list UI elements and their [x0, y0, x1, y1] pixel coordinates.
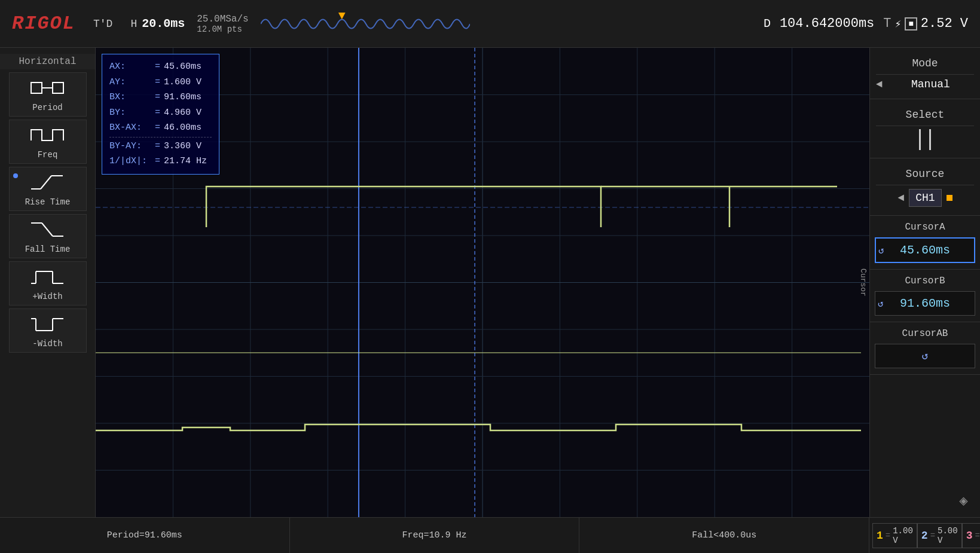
- cursor-a-label: CursorA: [875, 219, 975, 235]
- cursor-b-scroll-icon: ↺: [878, 298, 884, 310]
- ch3-eq: =: [975, 531, 979, 540]
- minus-width-icon: [30, 313, 66, 337]
- sidebar-item-rise-time[interactable]: Rise Time: [9, 167, 87, 211]
- inv-value: 21.74 Hz: [164, 154, 212, 169]
- svg-line-7: [42, 223, 53, 236]
- nav-diamond-icon[interactable]: ◈: [953, 490, 974, 511]
- d-label: D: [764, 17, 771, 30]
- status-fall: Fall<400.0us: [579, 518, 869, 553]
- inv-row: 1/|dX|: = 21.74 Hz: [109, 154, 212, 169]
- ch2-indicator[interactable]: 2 = 5.00 V: [917, 523, 962, 548]
- trigger-mode: T'D: [93, 18, 112, 30]
- cursor-b-value: 91.60ms: [900, 297, 950, 310]
- ch1-volt: 1.00 V: [893, 526, 913, 545]
- plus-width-icon: [30, 265, 66, 289]
- sidebar-item-plus-width[interactable]: +Width: [9, 261, 87, 305]
- battery-icon: ■: [905, 17, 917, 30]
- sample-section: 25.0MSa/s 12.0M pts: [197, 14, 248, 34]
- horizontal-label: Horizontal: [0, 54, 95, 69]
- status-bar: Period=91.60ms Freq=10.9 Hz Fall<400.0us…: [0, 517, 980, 553]
- ax-row: AX: = 45.60ms: [109, 59, 212, 75]
- lightning-icon: ⚡: [895, 17, 902, 30]
- by-ay-value: 3.360 V: [164, 139, 212, 154]
- sidebar-item-freq[interactable]: Freq: [9, 120, 87, 164]
- rise-time-label: Rise Time: [25, 197, 71, 207]
- cursor-ab-value-box: ↺: [875, 344, 975, 368]
- ch1-number: 1: [877, 530, 883, 542]
- source-channel-row: ◄ CH1: [876, 185, 974, 210]
- top-right-section: D 104.642000ms T ⚡ ■ 2.52 V: [758, 16, 968, 31]
- channel-display: CH1: [909, 189, 941, 207]
- by-ay-label: BY-AY:: [109, 139, 151, 154]
- bx-ax-row: BX-AX: = 46.00ms: [109, 120, 212, 136]
- top-bar: RIGOL T'D H 20.0ms 25.0MSa/s 12.0M pts ▼…: [0, 0, 980, 48]
- ay-label: AY:: [109, 75, 151, 90]
- cursor-b-label: CursorB: [875, 273, 975, 289]
- ch3-indicator[interactable]: 3 = 5.00 V: [962, 523, 980, 548]
- sidebar-item-period[interactable]: Period: [9, 72, 87, 117]
- ax-label: AX:: [109, 59, 151, 75]
- by-row: BY: = 4.960 V: [109, 105, 212, 121]
- channel-arrow-left[interactable]: ◄: [897, 192, 904, 204]
- cursor-a-scroll-icon: ↺: [878, 245, 884, 256]
- right-panel: Mode ◄ Manual Select Source ◄ CH1: [869, 48, 980, 517]
- cursor-a-value-box[interactable]: ↺ 45.60ms: [875, 237, 975, 263]
- cursor-side-panel: Cursor: [856, 48, 869, 517]
- sidebar-item-fall-time[interactable]: Fall Time: [9, 214, 87, 258]
- trigger-marker-top: ▼: [338, 9, 346, 23]
- status-measurements: Period=91.60ms Freq=10.9 Hz Fall<400.0us: [0, 518, 869, 553]
- bx-ax-value: 46.00ms: [164, 120, 212, 136]
- voltage-section: T ⚡ ■ 2.52 V: [883, 16, 968, 31]
- main-area: Horizontal Period: [0, 48, 980, 517]
- select-section: Select: [870, 99, 980, 158]
- mode-title: Mode: [876, 53, 974, 75]
- trigger-mode-section: T'D: [87, 18, 112, 30]
- ch2-volt: 5.00 V: [938, 526, 958, 545]
- mode-arrow-left[interactable]: ◄: [876, 78, 883, 90]
- bx-ax-label: BX-AX:: [109, 120, 151, 136]
- cursor-a-value: 45.60ms: [900, 243, 950, 257]
- cursor-line-indicator-a: [919, 129, 921, 150]
- left-sidebar: Horizontal Period: [0, 48, 96, 517]
- time-offset-display: 104.642000ms: [780, 16, 874, 31]
- select-cursors: [876, 126, 974, 153]
- plus-width-label: +Width: [32, 292, 62, 301]
- ay-row: AY: = 1.600 V: [109, 75, 212, 90]
- by-label: BY:: [109, 105, 151, 121]
- period-label: Period: [32, 103, 62, 112]
- rise-time-icon: [30, 171, 66, 195]
- fall-time-icon: [30, 218, 66, 242]
- sample-rate: 25.0MSa/s: [197, 14, 248, 25]
- timebase-section: H 20.0ms: [124, 17, 185, 30]
- channel-dot: [947, 195, 952, 201]
- cursor-info-box: AX: = 45.60ms AY: = 1.600 V BX: = 91.60m…: [102, 54, 219, 175]
- voltage-value: 2.52 V: [921, 16, 968, 31]
- svg-rect-2: [53, 83, 63, 93]
- cursor-b-value-box[interactable]: ↺ 91.60ms: [875, 291, 975, 316]
- ch2-number: 2: [921, 530, 928, 542]
- ay-value: 1.600 V: [164, 75, 212, 90]
- by-ay-row: BY-AY: = 3.360 V: [109, 137, 212, 154]
- wave-indicator-section: ▼: [261, 12, 746, 36]
- cursor-line-indicator-b: [929, 129, 931, 150]
- select-title: Select: [876, 104, 974, 126]
- period-icon: [30, 77, 66, 100]
- timebase-label: H: [130, 18, 137, 30]
- sample-pts: 12.0M pts: [197, 25, 242, 34]
- active-indicator: [13, 173, 18, 178]
- fall-time-label: Fall Time: [25, 245, 71, 254]
- status-freq: Freq=10.9 Hz: [290, 518, 580, 553]
- nav-icon-section: ◈: [870, 484, 980, 517]
- cursor-ab-section: CursorAB ↺: [870, 322, 980, 375]
- cursor-a-section: CursorA ↺ 45.60ms: [870, 216, 980, 270]
- source-section: Source ◄ CH1: [870, 158, 980, 216]
- brand-logo: RIGOL: [12, 13, 75, 35]
- mode-value: Manual: [887, 78, 974, 90]
- sidebar-item-minus-width[interactable]: -Width: [9, 308, 87, 353]
- svg-rect-0: [31, 83, 42, 93]
- ch1-indicator[interactable]: 1 = 1.00 V: [872, 523, 917, 548]
- inv-label: 1/|dX|:: [109, 154, 151, 169]
- cursor-vertical-label: Cursor: [859, 268, 868, 297]
- mode-section: Mode ◄ Manual: [870, 48, 980, 99]
- cursor-b-section: CursorB ↺ 91.60ms: [870, 270, 980, 322]
